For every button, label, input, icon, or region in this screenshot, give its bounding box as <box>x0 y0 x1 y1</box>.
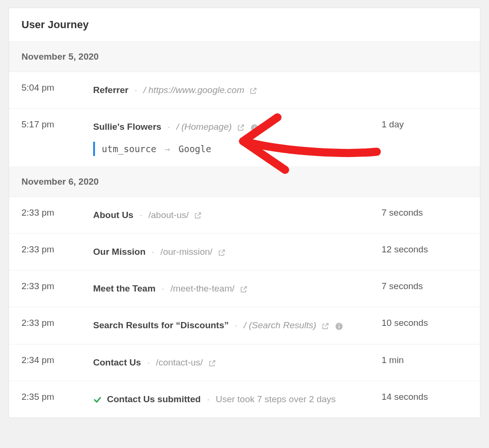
journey-row: 2:34 pm Contact Us · /contact-us/ 1 min <box>9 344 480 381</box>
journey-row: 5:04 pm Referrer · / https://www.google.… <box>9 72 480 109</box>
svg-rect-5 <box>339 324 340 325</box>
external-link-icon[interactable] <box>194 211 202 219</box>
row-time: 2:34 pm <box>21 355 93 365</box>
row-path: /our-mission/ <box>160 247 213 257</box>
row-time: 2:35 pm <box>21 392 93 402</box>
journey-row: 2:33 pm Our Mission · /our-mission/ 12 s… <box>9 234 480 271</box>
row-time: 5:04 pm <box>21 83 93 93</box>
row-path: / (Search Results) <box>244 320 316 330</box>
row-description: User took 7 steps over 2 days <box>216 394 336 404</box>
row-path: /about-us/ <box>149 210 189 220</box>
separator-dot: · <box>147 357 149 367</box>
row-title: Search Results for “Discounts” <box>93 320 229 330</box>
check-icon <box>93 396 102 404</box>
date-header: November 5, 2020 <box>9 42 480 72</box>
row-path: / https://www.google.com <box>143 85 244 95</box>
separator-dot: · <box>152 247 154 257</box>
row-duration: 1 day <box>382 119 468 130</box>
separator-dot: · <box>139 210 142 220</box>
date-label: November 6, 2020 <box>21 177 99 187</box>
row-main: About Us · /about-us/ <box>93 208 382 223</box>
row-title: Contact Us <box>93 357 141 367</box>
row-main: Search Results for “Discounts” · / (Sear… <box>93 318 382 333</box>
external-link-icon[interactable] <box>249 87 257 95</box>
separator-dot: · <box>207 394 209 404</box>
date-header: November 6, 2020 <box>9 167 480 197</box>
user-journey-panel: User Journey November 5, 2020 5:04 pm Re… <box>9 8 480 418</box>
row-main: Sullie's Flowers · / (Homepage) utm_sour… <box>93 119 382 156</box>
external-link-icon[interactable] <box>240 285 248 293</box>
svg-rect-2 <box>255 125 255 126</box>
row-time: 2:33 pm <box>21 281 93 292</box>
row-time: 2:33 pm <box>21 318 93 328</box>
row-duration: 7 seconds <box>382 281 468 292</box>
info-icon[interactable] <box>335 322 343 331</box>
row-path: /contact-us/ <box>156 357 203 367</box>
svg-rect-1 <box>255 127 255 129</box>
separator-dot: · <box>235 320 237 330</box>
row-time: 2:33 pm <box>21 208 93 218</box>
row-title: About Us <box>93 210 133 220</box>
info-icon[interactable] <box>250 124 259 132</box>
row-time: 2:33 pm <box>21 244 93 255</box>
row-title: Meet the Team <box>93 283 156 293</box>
row-main: Contact Us · /contact-us/ <box>93 355 382 370</box>
row-title: Our Mission <box>93 247 146 257</box>
row-main: Our Mission · /our-mission/ <box>93 244 382 260</box>
separator-dot: · <box>168 122 170 132</box>
external-link-icon[interactable] <box>321 322 330 330</box>
journey-row: 2:33 pm Search Results for “Discounts” ·… <box>9 307 480 344</box>
journey-row: 2:33 pm Meet the Team · /meet-the-team/ … <box>9 271 480 307</box>
utm-value: Google <box>179 144 212 154</box>
svg-rect-4 <box>339 325 340 328</box>
journey-row: 2:33 pm About Us · /about-us/ 7 seconds <box>9 197 480 234</box>
row-duration: 10 seconds <box>382 318 468 328</box>
journey-row: 5:17 pm Sullie's Flowers · / (Homepage) … <box>9 109 480 167</box>
row-path: / (Homepage) <box>176 122 232 132</box>
row-duration: 1 min <box>382 355 468 365</box>
arrow-right-icon: → <box>165 144 170 154</box>
row-main: Meet the Team · /meet-the-team/ <box>93 281 382 296</box>
row-title: Referrer <box>93 85 128 95</box>
row-title: Sullie's Flowers <box>93 122 161 132</box>
row-path: /meet-the-team/ <box>170 283 234 293</box>
utm-block: utm_source → Google <box>93 142 374 156</box>
panel-title: User Journey <box>21 19 468 31</box>
row-duration: 14 seconds <box>382 392 468 402</box>
separator-dot: · <box>135 85 137 95</box>
external-link-icon[interactable] <box>208 359 216 367</box>
row-duration: 7 seconds <box>382 208 468 218</box>
external-link-icon[interactable] <box>237 124 245 132</box>
panel-header: User Journey <box>9 8 480 42</box>
date-label: November 5, 2020 <box>21 52 99 62</box>
journey-row: 2:35 pm Contact Us submitted · User took… <box>9 381 480 417</box>
separator-dot: · <box>162 283 164 293</box>
row-time: 5:17 pm <box>21 119 93 130</box>
row-main: Referrer · / https://www.google.com <box>93 83 382 98</box>
row-duration: 12 seconds <box>382 244 468 255</box>
external-link-icon[interactable] <box>218 249 226 257</box>
row-title: Contact Us submitted <box>107 394 201 404</box>
utm-key: utm_source <box>102 144 156 154</box>
row-main: Contact Us submitted · User took 7 steps… <box>93 392 382 407</box>
